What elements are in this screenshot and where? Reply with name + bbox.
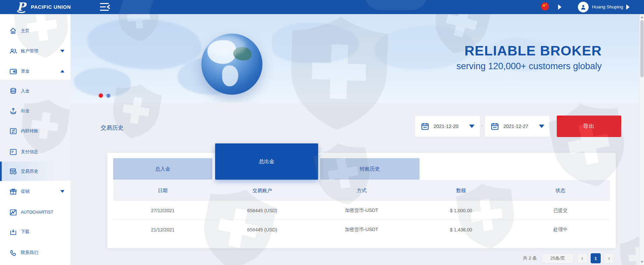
column-header-date: 日期 xyxy=(113,187,212,194)
chevron-down-icon xyxy=(60,50,64,52)
payment-info-icon xyxy=(9,147,17,156)
page-title: 交易历史 xyxy=(101,124,123,132)
sidebar-item-home[interactable]: 主页 xyxy=(0,21,70,41)
app-root: P PACIFIC UNION ★ ★ Huang Shuping xyxy=(0,0,644,265)
transfer-icon xyxy=(9,127,17,135)
sidebar: 主页 账户管理 资金 xyxy=(0,14,70,265)
user-name[interactable]: Huang Shuping xyxy=(592,0,623,14)
prev-page-button[interactable]: ‹ xyxy=(577,253,587,263)
sidebar-item-label: 促销 xyxy=(21,188,30,194)
column-header-amount: 数额 xyxy=(411,187,511,194)
wallet-icon xyxy=(9,67,17,76)
tab-total-withdrawal[interactable]: 总出金 xyxy=(215,143,318,180)
sidebar-item-funds[interactable]: 资金 xyxy=(0,61,70,81)
sidebar-item-label: 支付信息 xyxy=(21,149,38,155)
cell-status: 已提交 xyxy=(511,208,610,214)
user-avatar[interactable] xyxy=(578,2,589,12)
date-from-value: 2021-12-20 xyxy=(434,124,469,129)
sidebar-item-autochartist[interactable]: AUTOCHARTIST xyxy=(0,203,70,222)
scrollbar-thumb[interactable] xyxy=(640,20,644,77)
phone-icon xyxy=(9,248,17,257)
cell-date: 27/12/2021 xyxy=(113,208,212,213)
chevron-down-icon xyxy=(469,125,475,128)
sidebar-item-label: 资金 xyxy=(21,68,30,74)
cell-date: 21/12/2021 xyxy=(113,227,212,232)
date-range-separator: - xyxy=(481,123,483,128)
page-1-button[interactable]: 1 xyxy=(591,253,601,263)
world-map-decoration xyxy=(87,19,201,70)
withdraw-icon xyxy=(9,106,17,115)
pagination: 共 2 条 25条/页 ‹ 1 › xyxy=(523,253,614,263)
cell-account: 658445 (USD) xyxy=(212,208,312,213)
calendar-icon xyxy=(420,122,430,131)
banner-subtitle: serving 120,000+ customers globaly xyxy=(456,61,602,72)
table-row: 27/12/2021 658445 (USD) 加密货币-USDT $ 1,00… xyxy=(113,202,610,220)
sidebar-item-label: 内部转账 xyxy=(21,128,38,134)
history-icon xyxy=(9,167,17,176)
column-header-account: 交易账户 xyxy=(212,187,312,194)
users-icon xyxy=(9,47,17,55)
sidebar-item-transaction-history[interactable]: 交易历史 xyxy=(0,162,70,181)
next-page-button[interactable]: › xyxy=(604,253,614,263)
play-arrow-icon[interactable] xyxy=(558,4,561,10)
home-icon xyxy=(9,27,17,35)
date-from-picker[interactable]: 2021-12-20 xyxy=(415,116,480,137)
header-decoration xyxy=(364,0,428,10)
menu-collapse-icon[interactable] xyxy=(99,2,113,12)
sidebar-item-deposit[interactable]: 入金 xyxy=(0,81,70,101)
world-map-decoration xyxy=(74,68,131,96)
sidebar-item-label: 入金 xyxy=(21,88,30,94)
column-header-method: 方式 xyxy=(312,187,411,194)
cell-status: 处理中 xyxy=(511,227,610,233)
scroll-up-arrow-icon[interactable] xyxy=(641,16,643,18)
content-area: 交易历史 2021-12-20 - 2021-12-27 导出 总入金 xyxy=(70,102,644,265)
export-button[interactable]: 导出 xyxy=(557,116,621,137)
scroll-down-arrow-icon[interactable] xyxy=(641,261,643,263)
cell-method: 加密货币-USDT xyxy=(312,227,411,233)
banner-title: RELIABLE BROKER xyxy=(464,43,602,59)
tab-transfer-history[interactable]: 转账历史 xyxy=(320,158,419,180)
chevron-down-icon xyxy=(539,125,544,128)
cell-amount: $ 1,000.00 xyxy=(411,208,511,213)
tab-total-deposit[interactable]: 总入金 xyxy=(113,158,212,180)
date-to-value: 2021-12-27 xyxy=(503,124,539,129)
chevron-up-icon xyxy=(60,70,64,73)
carousel-dot-active[interactable] xyxy=(99,93,103,98)
globe-gloss xyxy=(205,36,246,56)
sidebar-item-label: 账户管理 xyxy=(21,48,38,54)
sidebar-item-payment-info[interactable]: 支付信息 xyxy=(0,142,70,162)
date-to-picker[interactable]: 2021-12-27 xyxy=(485,116,550,137)
cell-account: 658445 (USD) xyxy=(212,227,312,232)
flag-star-icon: ★ xyxy=(545,3,547,5)
calendar-icon xyxy=(490,122,499,131)
sidebar-item-promotions[interactable]: 促销 xyxy=(0,182,70,201)
sidebar-item-label: 出金 xyxy=(21,108,30,114)
top-bar: P PACIFIC UNION ★ ★ Huang Shuping xyxy=(0,0,644,14)
column-header-status: 状态 xyxy=(511,187,610,194)
vertical-scrollbar[interactable] xyxy=(639,14,644,265)
user-menu-arrow-icon[interactable] xyxy=(626,4,630,10)
sidebar-item-download[interactable]: 下载 xyxy=(0,222,70,241)
sidebar-item-label: 主页 xyxy=(21,28,30,34)
brand-name: PACIFIC UNION xyxy=(31,0,71,14)
sidebar-item-internal-transfer[interactable]: 内部转账 xyxy=(0,121,70,141)
chart-icon xyxy=(9,208,17,217)
page-size-select[interactable]: 25条/页 xyxy=(542,253,574,263)
table-header-row: 日期 交易账户 方式 数额 状态 xyxy=(113,180,610,201)
download-icon xyxy=(9,227,17,236)
transactions-card: 总入金 总出金 转账历史 日期 交易账户 方式 数额 状态 27/12/2021… xyxy=(107,153,616,248)
sidebar-item-contact-us[interactable]: 联系我们 xyxy=(0,243,70,262)
sidebar-item-label: 交易历史 xyxy=(21,168,38,174)
brand-logo-icon: P xyxy=(15,0,30,14)
main-area: RELIABLE BROKER serving 120,000+ custome… xyxy=(70,14,644,265)
sidebar-item-account-management[interactable]: 账户管理 xyxy=(0,41,70,61)
person-icon xyxy=(580,4,587,10)
promo-banner[interactable]: RELIABLE BROKER serving 120,000+ custome… xyxy=(70,14,644,102)
world-map-decoration xyxy=(272,23,359,63)
carousel-dot[interactable] xyxy=(106,94,110,98)
sidebar-item-withdraw[interactable]: 出金 xyxy=(0,101,70,121)
globe-land xyxy=(222,65,238,86)
cell-amount: $ 1,438.00 xyxy=(411,227,511,232)
sidebar-item-label: 联系我们 xyxy=(21,250,38,256)
language-flag-china[interactable]: ★ ★ xyxy=(541,2,549,10)
